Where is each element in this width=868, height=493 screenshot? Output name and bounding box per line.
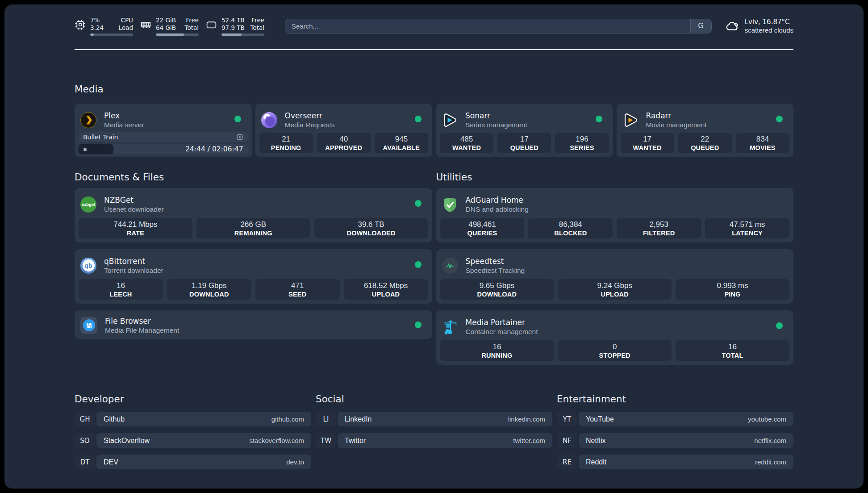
stat-queued: 22QUEUED bbox=[678, 133, 732, 153]
section-heading-media: Media bbox=[75, 83, 793, 96]
bookmark-netflix[interactable]: NF Netflixnetflix.com bbox=[557, 433, 793, 448]
service-title: Plex bbox=[104, 111, 144, 121]
stat-leech: 16LEECH bbox=[79, 279, 163, 300]
stat-total: 16TOTAL bbox=[676, 340, 789, 361]
status-dot bbox=[234, 116, 241, 122]
bookmark-name: DEV bbox=[104, 458, 118, 466]
stat-queued: 17QUEUED bbox=[497, 133, 551, 153]
section-heading-documents: Documents & Files bbox=[75, 171, 432, 184]
stat-downloaded: 39.6 TBDOWNLOADED bbox=[314, 218, 428, 238]
bookmark-dev[interactable]: DT DEVdev.to bbox=[75, 455, 311, 469]
playback-progress-bar[interactable]: 24:44 / 02:06:47 bbox=[79, 144, 248, 154]
service-subtitle: Torrent downloader bbox=[104, 266, 163, 275]
stat-download: 1.19 GbpsDOWNLOAD bbox=[167, 279, 251, 300]
cpu-label-1: CPU bbox=[121, 17, 133, 24]
service-card-sonarr[interactable]: Sonarr Series management 485WANTED 17QUE… bbox=[436, 104, 613, 157]
memory-free: 22 GiB bbox=[156, 17, 176, 24]
bookmark-name: Reddit bbox=[586, 458, 606, 466]
service-title: Overseerr bbox=[285, 111, 335, 121]
qbittorrent-icon: qb bbox=[80, 258, 96, 274]
disk-widget: 52.4 TBFree 97.9 TBTotal bbox=[206, 17, 264, 36]
screen-icon bbox=[236, 134, 243, 141]
disk-label-2: Total bbox=[250, 24, 264, 32]
bookmark-abbr: RE bbox=[557, 455, 577, 469]
stat-download: 9.65 GbpsDOWNLOAD bbox=[440, 279, 554, 300]
memory-label-2: Total bbox=[184, 24, 199, 32]
bookmark-url: dev.to bbox=[286, 458, 304, 466]
cpu-progress bbox=[90, 33, 133, 36]
bookmark-youtube[interactable]: YT YouTubeyoutube.com bbox=[557, 412, 793, 426]
bookmark-name: Github bbox=[104, 415, 125, 423]
bookmark-abbr: YT bbox=[557, 412, 577, 426]
section-heading-entertainment: Entertainment bbox=[557, 393, 793, 405]
filebrowser-icon bbox=[80, 317, 97, 334]
status-dot bbox=[415, 322, 421, 328]
stat-queries: 498,461QUERIES bbox=[440, 218, 525, 238]
section-heading-developer: Developer bbox=[75, 393, 311, 405]
portainer-icon bbox=[442, 319, 458, 335]
bookmark-twitter[interactable]: TW Twittertwitter.com bbox=[316, 433, 552, 448]
service-card-nzbget[interactable]: nzbget NZBGet Usenet downloader 744.21 M… bbox=[75, 188, 432, 242]
service-title: Speedtest bbox=[466, 256, 525, 266]
section-heading-social: Social bbox=[316, 393, 552, 405]
disk-total: 97.9 TB bbox=[221, 24, 245, 32]
stat-approved: 40APPROVED bbox=[317, 133, 371, 153]
bookmark-linkedin[interactable]: LI LinkedInlinkedin.com bbox=[316, 412, 552, 426]
service-card-portainer[interactable]: Media Portainer Container management 16R… bbox=[436, 310, 794, 365]
search-bar: G bbox=[285, 19, 712, 33]
stat-movies: 834MOVIES bbox=[736, 133, 789, 153]
service-title: Media Portainer bbox=[466, 318, 538, 327]
search-provider-button[interactable]: G bbox=[690, 19, 711, 33]
stat-pending: 21PENDING bbox=[259, 133, 313, 153]
status-dot bbox=[776, 116, 783, 122]
service-title: File Browser bbox=[105, 316, 179, 326]
bookmark-reddit[interactable]: RE Redditreddit.com bbox=[557, 455, 793, 469]
disk-free: 52.4 TB bbox=[221, 17, 245, 24]
bookmark-abbr: GH bbox=[75, 412, 95, 426]
bookmark-stackoverflow[interactable]: SO StackOverflowstackoverflow.com bbox=[75, 433, 311, 448]
bookmark-github[interactable]: GH Githubgithub.com bbox=[75, 412, 311, 426]
stat-seed: 471SEED bbox=[255, 279, 340, 300]
cpu-icon bbox=[75, 19, 86, 30]
status-dot bbox=[415, 116, 421, 122]
memory-progress bbox=[156, 33, 199, 36]
section-heading-utilities: Utilities bbox=[436, 171, 794, 184]
service-subtitle: Container management bbox=[466, 327, 538, 336]
bookmark-abbr: SO bbox=[75, 433, 95, 448]
status-dot bbox=[415, 261, 421, 268]
service-card-adguard[interactable]: AdGuard Home DNS and adblocking 498,461Q… bbox=[436, 188, 794, 242]
memory-total: 64 GiB bbox=[156, 24, 176, 32]
service-card-radarr[interactable]: Radarr Movie management 17WANTED 22QUEUE… bbox=[617, 104, 794, 157]
service-card-speedtest[interactable]: Speedtest Speedtest Tracking 9.65 GbpsDO… bbox=[436, 249, 794, 304]
service-card-filebrowser[interactable]: File Browser Media File Management bbox=[75, 310, 432, 339]
stat-series: 196SERIES bbox=[555, 133, 609, 153]
stat-rate: 744.21 MbpsRATE bbox=[79, 218, 192, 238]
stat-available: 945AVAILABLE bbox=[375, 133, 428, 153]
now-playing-title: Bullet Train bbox=[83, 134, 118, 141]
bookmark-abbr: NF bbox=[557, 433, 577, 448]
bookmark-url: reddit.com bbox=[755, 458, 786, 466]
cpu-widget: 7%CPU 3.24Load bbox=[75, 17, 133, 36]
header: 7%CPU 3.24Load 22 GiBFree 64 GiBTotal bbox=[75, 15, 793, 37]
service-subtitle: Speedtest Tracking bbox=[466, 266, 525, 275]
bookmark-name: Twitter bbox=[345, 437, 366, 445]
adguard-icon bbox=[442, 196, 458, 213]
bookmark-abbr: DT bbox=[75, 455, 95, 469]
playback-time: 24:44 / 02:06:47 bbox=[185, 145, 243, 153]
stat-upload: 9.24 GbpsUPLOAD bbox=[558, 279, 672, 300]
service-title: qBittorrent bbox=[104, 256, 163, 266]
weather-condition: scattered clouds bbox=[745, 26, 793, 34]
bookmark-name: StackOverflow bbox=[104, 437, 150, 445]
search-input[interactable] bbox=[285, 22, 626, 30]
stat-blocked: 86,384BLOCKED bbox=[528, 218, 613, 238]
bookmark-url: youtube.com bbox=[748, 415, 786, 423]
service-subtitle: Usenet downloader bbox=[104, 205, 164, 213]
radarr-icon bbox=[622, 112, 638, 128]
service-card-overseerr[interactable]: Overseerr Media Requests 21PENDING 40APP… bbox=[255, 104, 433, 157]
bookmark-name: LinkedIn bbox=[345, 415, 372, 423]
cpu-label-2: Load bbox=[119, 24, 133, 32]
status-dot bbox=[596, 116, 602, 122]
cpu-load: 3.24 bbox=[90, 24, 104, 32]
service-card-plex[interactable]: Plex Media server Bullet Train 24:44 / bbox=[75, 104, 252, 157]
service-card-qbittorrent[interactable]: qb qBittorrent Torrent downloader 16LEEC… bbox=[75, 249, 432, 304]
